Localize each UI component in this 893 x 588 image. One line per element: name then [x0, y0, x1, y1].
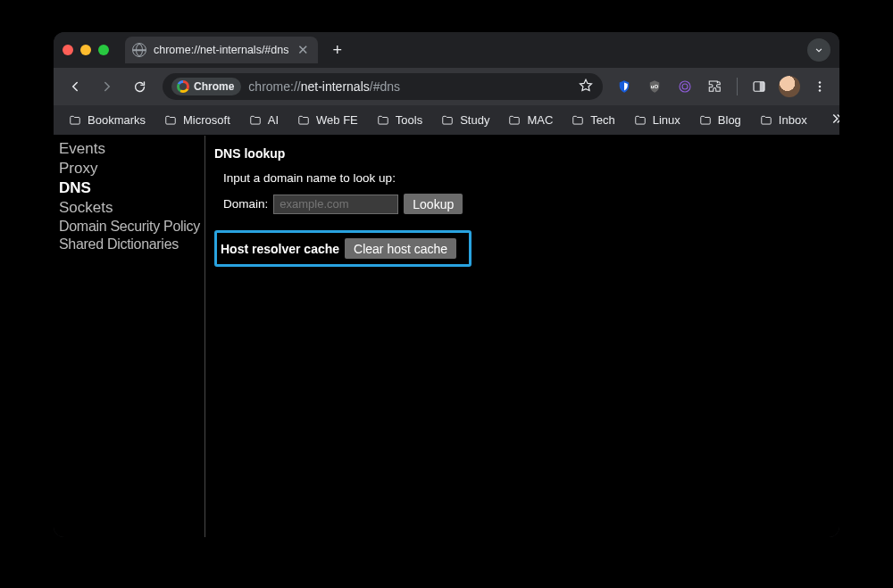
bookmark-folder[interactable]: AI	[241, 110, 286, 130]
bookmark-folder[interactable]: Blog	[691, 110, 748, 130]
bookmark-label: MAC	[527, 113, 553, 127]
svg-point-1	[680, 81, 690, 92]
sidebar-item-proxy[interactable]: Proxy	[54, 159, 204, 178]
maximize-window-button[interactable]	[98, 45, 109, 55]
folder-icon	[571, 114, 585, 127]
folder-icon	[698, 114, 713, 127]
bookmark-folder[interactable]: Web FE	[289, 110, 365, 130]
folder-icon	[440, 114, 455, 127]
forward-button[interactable]	[93, 72, 121, 101]
menu-button[interactable]	[807, 74, 832, 99]
bookmark-label: Tech	[590, 113, 614, 127]
bookmark-label: Study	[460, 113, 489, 127]
profile-button[interactable]	[777, 74, 802, 99]
bookmark-label: Microsoft	[183, 113, 230, 127]
folder-icon	[163, 114, 178, 127]
sidebar-item-domain-security-policy[interactable]: Domain Security Policy	[54, 218, 204, 236]
bookmark-folder[interactable]: Linux	[626, 110, 688, 130]
kebab-icon	[812, 79, 828, 95]
svg-rect-4	[760, 82, 764, 92]
close-tab-button[interactable]: ✕	[296, 42, 311, 58]
lookup-button[interactable]: Lookup	[404, 194, 463, 214]
bookmark-label: Web FE	[316, 113, 358, 127]
svg-point-5	[819, 81, 822, 84]
browser-window: chrome://net-internals/#dns ✕ + Chrome c…	[54, 32, 839, 537]
bookmark-folder[interactable]: Microsoft	[156, 110, 238, 130]
arrow-left-icon	[67, 79, 83, 95]
bookmark-label: AI	[268, 113, 279, 127]
bookmarks-bar: BookmarksMicrosoftAIWeb FEToolsStudyMACT…	[54, 105, 839, 136]
host-resolver-section: Host resolver cache Clear host cache	[214, 230, 472, 267]
chip-label: Chrome	[194, 80, 234, 93]
clear-host-cache-button[interactable]: Clear host cache	[345, 238, 456, 259]
bookmark-folder[interactable]: Tools	[369, 110, 430, 130]
window-controls	[63, 45, 109, 55]
shield-icon	[616, 79, 632, 95]
folder-icon	[633, 114, 647, 127]
folder-icon	[759, 114, 773, 127]
chrome-icon	[177, 80, 189, 93]
tab-search-button[interactable]	[807, 38, 830, 62]
star-icon	[578, 78, 594, 94]
extension-icons: uO	[612, 74, 832, 99]
bookmark-label: Tools	[396, 113, 422, 127]
toolbar: Chrome chrome://net-internals/#dns uO	[54, 68, 839, 105]
extensions-button[interactable]	[703, 74, 728, 99]
svg-point-2	[682, 84, 688, 89]
bookmark-star-button[interactable]	[578, 78, 594, 96]
minimize-window-button[interactable]	[80, 45, 91, 55]
chevron-down-icon	[813, 44, 825, 56]
bookmark-folder[interactable]: Tech	[563, 110, 622, 130]
bookmark-folder[interactable]: Study	[433, 110, 497, 130]
sidebar-item-sockets[interactable]: Sockets	[54, 198, 204, 218]
sidebar-item-events[interactable]: Events	[54, 139, 204, 159]
bookmark-folder[interactable]: Inbox	[752, 110, 814, 130]
side-panel-button[interactable]	[747, 74, 772, 99]
address-bar[interactable]: Chrome chrome://net-internals/#dns	[163, 73, 603, 100]
bookmarks-overflow-button[interactable]	[822, 107, 839, 134]
url-text: chrome://net-internals/#dns	[248, 79, 571, 94]
bookmark-folder[interactable]: Bookmarks	[61, 110, 153, 130]
globe-icon	[132, 43, 146, 57]
svg-text:uO: uO	[651, 84, 659, 89]
domain-label: Domain:	[223, 197, 268, 211]
bookmark-label: Linux	[653, 113, 680, 127]
svg-point-7	[819, 89, 822, 92]
reload-icon	[132, 79, 147, 95]
avatar	[779, 76, 800, 97]
bookmark-label: Blog	[718, 113, 741, 127]
folder-icon	[248, 114, 263, 127]
tab-strip: chrome://net-internals/#dns ✕ +	[54, 32, 839, 68]
openai-icon	[677, 79, 693, 95]
reload-button[interactable]	[125, 72, 154, 101]
ublock-icon: uO	[647, 79, 663, 95]
site-chip[interactable]: Chrome	[171, 78, 241, 95]
bitwarden-extension[interactable]	[612, 74, 637, 99]
toolbar-divider	[737, 78, 738, 95]
folder-icon	[376, 114, 390, 127]
openai-extension[interactable]	[672, 74, 697, 99]
section-heading: DNS lookup	[214, 146, 830, 161]
bookmark-label: Bookmarks	[88, 113, 146, 127]
new-tab-button[interactable]: +	[325, 41, 349, 60]
close-window-button[interactable]	[63, 45, 73, 55]
page-content: EventsProxyDNSSocketsDomain Security Pol…	[54, 136, 839, 537]
puzzle-icon	[707, 79, 723, 95]
arrow-right-icon	[99, 79, 115, 95]
domain-input[interactable]	[273, 195, 398, 214]
folder-icon	[507, 114, 522, 127]
browser-tab[interactable]: chrome://net-internals/#dns ✕	[125, 37, 318, 63]
bookmark-folder[interactable]: MAC	[500, 110, 560, 130]
chevron-double-right-icon	[829, 111, 839, 127]
cache-label: Host resolver cache	[221, 242, 339, 256]
ublock-extension[interactable]: uO	[642, 74, 667, 99]
tab-title: chrome://net-internals/#dns	[154, 44, 288, 56]
bookmark-label: Inbox	[779, 113, 807, 127]
sidebar: EventsProxyDNSSocketsDomain Security Pol…	[54, 136, 205, 537]
panel-icon	[751, 79, 767, 95]
main-panel: DNS lookup Input a domain name to look u…	[205, 136, 839, 537]
back-button[interactable]	[61, 72, 89, 101]
sidebar-item-shared-dictionaries[interactable]: Shared Dictionaries	[54, 236, 204, 253]
folder-icon	[68, 114, 82, 127]
sidebar-item-dns[interactable]: DNS	[54, 178, 204, 198]
